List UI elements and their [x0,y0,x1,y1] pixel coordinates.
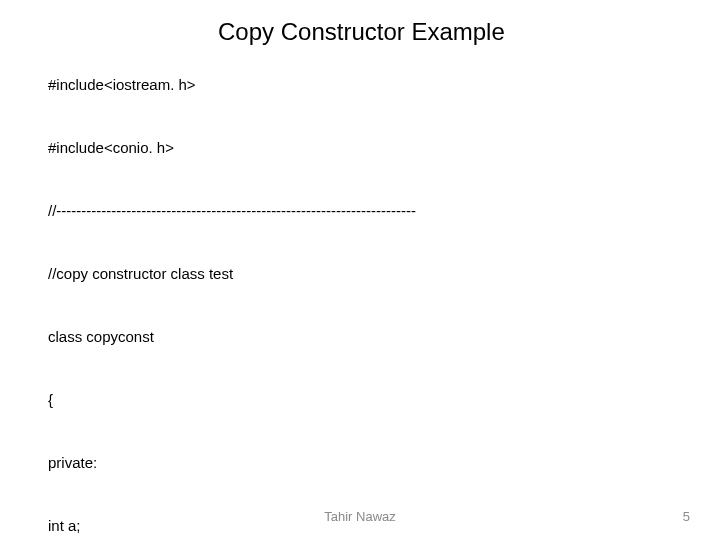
footer-author: Tahir Nawaz [0,509,720,524]
code-line: private: [48,452,416,473]
code-line: //copy constructor class test [48,263,416,284]
code-line: #include<conio. h> [48,137,416,158]
code-line: { [48,389,416,410]
slide: Copy Constructor Example #include<iostre… [0,0,720,540]
code-line: //--------------------------------------… [48,200,416,221]
code-block: #include<iostream. h> #include<conio. h>… [48,32,416,540]
footer-page-number: 5 [683,509,690,524]
code-line: #include<iostream. h> [48,74,416,95]
code-line: class copyconst [48,326,416,347]
